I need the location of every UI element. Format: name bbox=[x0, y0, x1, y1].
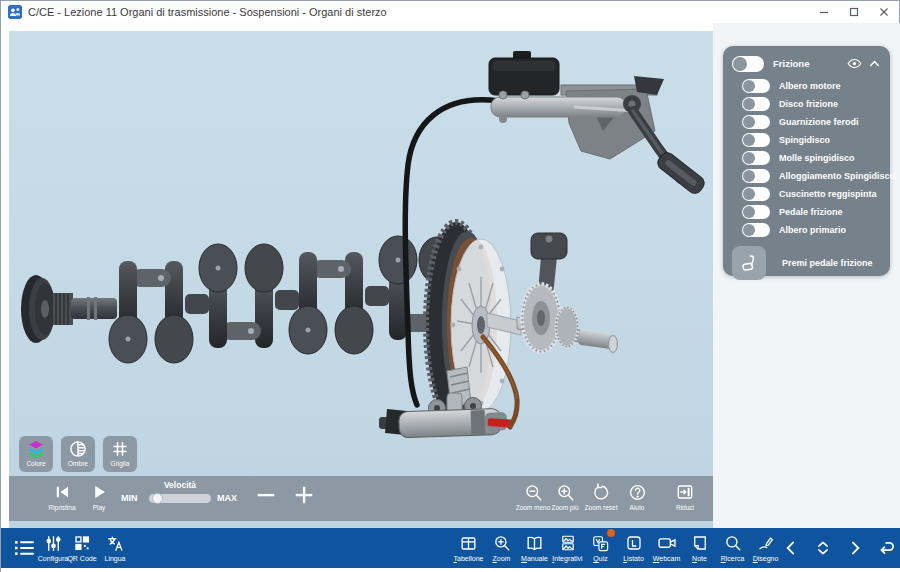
close-button[interactable] bbox=[869, 1, 899, 23]
chevron-up-icon[interactable] bbox=[868, 57, 881, 70]
return-icon bbox=[877, 538, 897, 558]
speed-increase-button[interactable] bbox=[285, 484, 323, 506]
toggle-row-cuscinetto-reggispinta: Cuscinetto reggispinta bbox=[742, 185, 881, 203]
toggle-label: Pedale frizione bbox=[779, 207, 843, 217]
grid-button[interactable]: Griglia bbox=[103, 436, 137, 472]
toolbar-item-qrcode[interactable]: QR Code bbox=[62, 532, 102, 562]
quiz-icon bbox=[591, 534, 610, 553]
toggle-label: Molle spingidisco bbox=[779, 153, 855, 163]
toggle-row-guarnizione-ferodi: Guarnizione ferodi bbox=[742, 113, 881, 131]
toolbar-item-quiz[interactable]: Quiz bbox=[584, 532, 617, 562]
toggle-row-spingidisco: Spingidisco bbox=[742, 131, 881, 149]
press-pedal-button[interactable] bbox=[732, 246, 766, 280]
shadows-button-label: Ombre bbox=[61, 460, 95, 467]
spingidisco-toggle[interactable] bbox=[742, 133, 770, 147]
toolbar-item-integrativi[interactable]: Integrativi bbox=[551, 532, 584, 562]
ricerca-label: Ricerca bbox=[716, 555, 749, 562]
qrcode-label: QR Code bbox=[62, 555, 102, 562]
toolbar-center-group: Tabellone Zoom Manuale Integrativi Quiz bbox=[452, 532, 782, 562]
manuale-label: Manuale bbox=[518, 555, 551, 562]
pedal-assembly bbox=[489, 51, 707, 196]
app-window: C/CE - Lezione 11 Organi di trasmissione… bbox=[0, 0, 900, 572]
toggle-label: Disco frizione bbox=[779, 99, 838, 109]
color-button[interactable]: Colore bbox=[19, 436, 53, 472]
toggle-label: Albero motore bbox=[779, 81, 841, 91]
speed-decrease-button[interactable] bbox=[247, 484, 285, 506]
tabellone-label: Tabellone bbox=[452, 555, 485, 562]
albero-motore-toggle[interactable] bbox=[742, 79, 770, 93]
zoom-label: Zoom bbox=[485, 555, 518, 562]
list-icon bbox=[625, 534, 643, 552]
quiz-notification-badge bbox=[607, 529, 615, 537]
note-icon bbox=[691, 534, 709, 552]
toolbar-item-note[interactable]: Note bbox=[683, 532, 716, 562]
guarnizione-ferodi-toggle[interactable] bbox=[742, 115, 770, 129]
plus-icon bbox=[293, 484, 315, 506]
menu-list-icon bbox=[12, 536, 36, 560]
disco-frizione-toggle[interactable] bbox=[742, 97, 770, 111]
frizione-toggle[interactable] bbox=[732, 56, 764, 72]
titlebar: C/CE - Lezione 11 Organi di trasmissione… bbox=[1, 1, 899, 23]
max-label: MAX bbox=[217, 493, 237, 503]
pedale-frizione-toggle[interactable] bbox=[742, 205, 770, 219]
toggle-label: Guarnizione ferodi bbox=[779, 117, 859, 127]
toolbar-item-manuale[interactable]: Manuale bbox=[518, 532, 551, 562]
min-label: MIN bbox=[121, 493, 138, 503]
draw-icon bbox=[757, 534, 775, 552]
book-icon bbox=[525, 534, 544, 553]
language-icon bbox=[106, 534, 125, 553]
slider-knob[interactable] bbox=[152, 493, 163, 504]
chevron-updown-icon bbox=[814, 539, 832, 557]
toolbar-item-listato[interactable]: Listato bbox=[617, 532, 650, 562]
toggle-row-molle-spingidisco: Molle spingidisco bbox=[742, 149, 881, 167]
cuscinetto-reggispinta-toggle[interactable] bbox=[742, 187, 770, 201]
minimize-button[interactable] bbox=[809, 1, 839, 23]
panel-action-row: Premi pedale frizione bbox=[732, 246, 881, 280]
shading-icon bbox=[68, 439, 88, 459]
toggle-label: Spingidisco bbox=[779, 135, 830, 145]
integrativi-label: Integrativi bbox=[551, 555, 584, 562]
nav-return-button[interactable] bbox=[872, 536, 900, 560]
crankshaft bbox=[21, 236, 455, 363]
close-icon bbox=[879, 7, 889, 17]
users-icon bbox=[8, 5, 22, 19]
toolbar-item-webcam[interactable]: Webcam bbox=[650, 532, 683, 562]
albero-primario-toggle[interactable] bbox=[742, 223, 770, 237]
eye-icon[interactable] bbox=[847, 57, 862, 70]
3d-viewport[interactable]: Colore Ombre Griglia bbox=[9, 31, 713, 528]
note-label: Note bbox=[683, 555, 716, 562]
webcam-label: Webcam bbox=[650, 555, 683, 562]
molle-spingidisco-toggle[interactable] bbox=[742, 151, 770, 165]
toolbar-item-zoom[interactable]: Zoom bbox=[485, 532, 518, 562]
app-body: Colore Ombre Griglia bbox=[1, 23, 900, 528]
skip-start-icon bbox=[53, 483, 71, 501]
shadows-button[interactable]: Ombre bbox=[61, 436, 95, 472]
press-pedal-label: Premi pedale frizione bbox=[782, 258, 873, 268]
collapse-button[interactable]: Riduci bbox=[657, 482, 713, 511]
toolbar-item-ricerca[interactable]: Ricerca bbox=[716, 532, 749, 562]
minus-icon bbox=[255, 484, 277, 506]
listato-label: Listato bbox=[617, 555, 650, 562]
speed-slider[interactable] bbox=[149, 494, 211, 503]
maximize-button[interactable] bbox=[839, 1, 869, 23]
qrcode-icon bbox=[73, 534, 91, 552]
play-button[interactable]: Play bbox=[81, 482, 117, 511]
maximize-icon bbox=[849, 7, 859, 17]
grid-icon bbox=[110, 439, 130, 459]
chevron-left-icon bbox=[782, 539, 800, 557]
alloggiamento-spingidisco-toggle[interactable] bbox=[742, 169, 770, 183]
toolbar-item-tabellone[interactable]: Tabellone bbox=[452, 532, 485, 562]
nav-updown-button[interactable] bbox=[808, 536, 838, 560]
chevron-right-icon bbox=[846, 539, 864, 557]
collapse-label: Riduci bbox=[657, 504, 713, 511]
toolbar-item-lingua[interactable]: Lingua bbox=[97, 532, 133, 562]
playback-bar: Ripristina Play Velocità MIN MAX bbox=[9, 476, 713, 521]
nav-next-button[interactable] bbox=[840, 536, 870, 560]
board-icon bbox=[459, 534, 478, 553]
webcam-icon bbox=[657, 533, 677, 553]
nav-previous-button[interactable] bbox=[776, 536, 806, 560]
play-icon bbox=[90, 483, 108, 501]
toggle-label: Albero primario bbox=[779, 225, 846, 235]
toggle-row-albero-primario: Albero primario bbox=[742, 221, 881, 239]
panel-header-row: Frizione bbox=[732, 53, 881, 74]
